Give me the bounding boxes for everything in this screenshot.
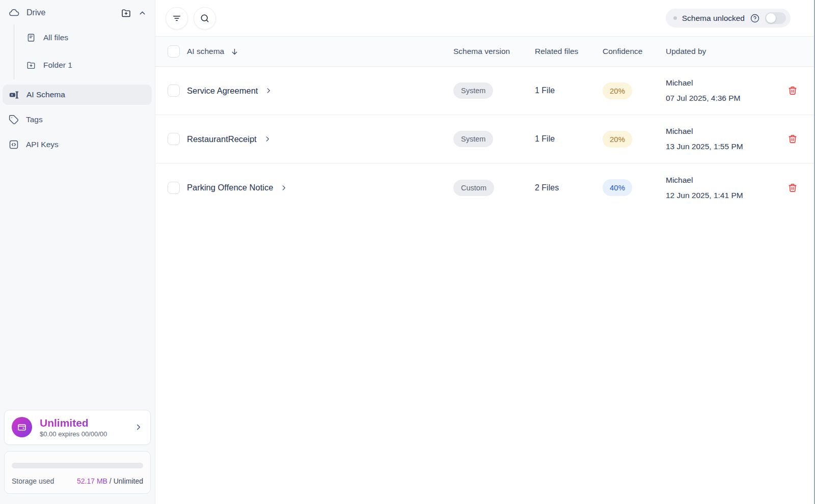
confidence-badge: 20% [603,131,632,148]
chevron-right-icon [265,87,272,94]
plan-subtitle: $0.00 expires 00/00/00 [40,430,126,438]
chevron-right-icon [134,423,143,432]
cloud-icon [9,7,20,18]
schema-unlocked-toggle[interactable] [765,12,786,24]
sidebar-item-folder-1[interactable]: Folder 1 [0,55,155,75]
table-body: Service Agreement System 1 File 20% Mich… [155,67,815,212]
row-checkbox[interactable] [168,85,180,97]
updated-by-date: 13 Jun 2025, 1:55 PM [666,139,785,154]
updated-by-name: Michael [666,124,785,139]
delete-button[interactable] [785,83,800,98]
select-all-checkbox[interactable] [168,45,180,58]
table-row: RestaurantReceipt System 1 File 20% Mich… [155,115,815,163]
storage-card: Storage used 52.17 MB / Unlimited [4,451,151,494]
confidence-badge: 20% [603,82,632,99]
column-header-updated-by: Updated by [666,47,785,56]
schema-version-badge: System [453,82,493,99]
tag-icon [9,115,19,125]
storage-progress-bar [12,463,143,468]
updated-by-cell: Michael 07 Jul 2025, 4:36 PM [666,75,785,106]
schema-name: Service Agreement [187,86,258,96]
sidebar: Drive All files Folder 1 AI Schema [0,0,155,504]
drive-header[interactable]: Drive [0,0,155,22]
sidebar-item-tags[interactable]: Tags [3,109,152,130]
trash-icon [787,134,798,144]
updated-by-date: 12 Jun 2025, 1:41 PM [666,188,785,203]
column-header-confidence: Confidence [603,47,666,56]
sidebar-item-label: Tags [26,115,43,124]
sidebar-item-label: All files [43,33,68,42]
sidebar-item-label: Folder 1 [43,61,72,70]
code-brackets-icon [9,139,19,150]
toolbar: Schema unlocked [155,0,815,37]
row-checkbox[interactable] [168,133,180,145]
main-content: Schema unlocked AI schema Schema version… [155,0,815,504]
trash-icon [787,86,798,96]
ai-schema-icon [9,90,19,100]
row-checkbox[interactable] [168,182,180,194]
drive-tree: All files Folder 1 [0,22,155,85]
schema-name-cell[interactable]: Parking Offence Notice [187,183,453,192]
sidebar-item-all-files[interactable]: All files [0,27,155,48]
schema-name: RestaurantReceipt [187,134,257,144]
updated-by-cell: Michael 12 Jun 2025, 1:41 PM [666,173,785,203]
delete-button[interactable] [785,181,800,195]
column-header-name[interactable]: AI schema [187,47,224,56]
sidebar-item-api-keys[interactable]: API Keys [3,134,152,155]
table-row: Parking Offence Notice Custom 2 Files 40… [155,163,815,212]
new-folder-icon[interactable] [121,8,131,18]
related-files-cell: 2 Files [535,183,603,192]
tree-indent-line [14,24,14,79]
search-button[interactable] [194,7,216,30]
updated-by-name: Michael [666,173,785,188]
column-header-schema-version: Schema version [453,47,535,56]
delete-button[interactable] [785,132,800,146]
storage-used-amount: 52.17 MB [77,477,107,485]
related-files-cell: 1 File [535,134,603,144]
search-icon [200,13,210,23]
collapse-chevron-up-icon[interactable] [138,9,147,17]
chevron-right-icon [280,184,287,191]
storage-value: 52.17 MB / Unlimited [77,477,143,485]
plan-card[interactable]: Unlimited $0.00 expires 00/00/00 [4,410,151,445]
table-row: Service Agreement System 1 File 20% Mich… [155,67,815,115]
schema-unlocked-pill: Schema unlocked [666,9,791,27]
plan-texts: Unlimited $0.00 expires 00/00/00 [40,417,126,438]
column-header-related-files: Related files [535,47,603,56]
plan-title: Unlimited [40,417,126,429]
file-text-icon [26,33,36,42]
updated-by-name: Michael [666,75,785,91]
schema-version-badge: System [453,131,493,147]
sort-arrow-down-icon[interactable] [230,47,239,56]
filter-button[interactable] [166,7,188,30]
wallet-icon [12,417,32,437]
schema-name-cell[interactable]: Service Agreement [187,86,453,96]
sidebar-item-ai-schema[interactable]: AI Schema [3,85,152,105]
table-header: AI schema Schema version Related files C… [155,37,815,67]
sidebar-item-label: AI Schema [26,90,65,99]
status-dot [673,16,677,20]
updated-by-cell: Michael 13 Jun 2025, 1:55 PM [666,124,785,154]
storage-total: / Unlimited [107,477,143,485]
folder-plus-icon [26,61,36,70]
help-icon[interactable] [750,13,760,23]
schema-version-badge: Custom [453,180,494,196]
related-files-cell: 1 File [535,86,603,95]
schema-toggle-label: Schema unlocked [682,14,745,23]
trash-icon [787,183,798,193]
updated-by-date: 07 Jul 2025, 4:36 PM [666,91,785,106]
schema-name-cell[interactable]: RestaurantReceipt [187,134,453,144]
sidebar-item-label: API Keys [26,140,59,149]
drive-label: Drive [26,8,114,17]
toggle-knob [766,13,776,23]
confidence-badge: 40% [603,179,632,196]
schema-name: Parking Offence Notice [187,183,273,192]
filter-icon [172,13,182,23]
chevron-right-icon [264,135,271,143]
storage-label: Storage used [12,477,54,485]
